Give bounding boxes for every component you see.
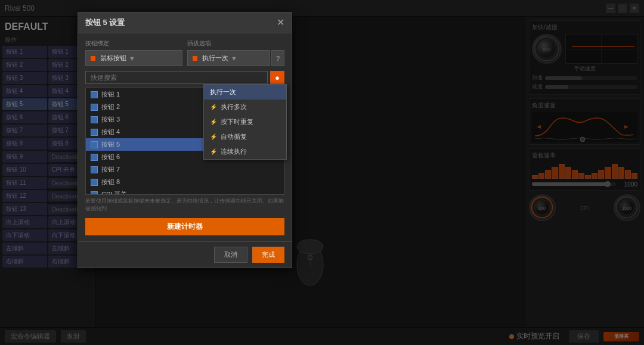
key-checkbox-btn8 <box>91 179 98 186</box>
bolt-icon-hold: ⚡ <box>210 119 217 125</box>
key-label-btn3: 按钮 3 <box>101 115 120 124</box>
dropdown-label-continuous: 连续执行 <box>221 147 247 156</box>
key-checkbox-btn1 <box>91 91 98 98</box>
confirm-button[interactable]: 完成 <box>252 247 284 263</box>
key-checkbox-cpi <box>91 191 98 195</box>
exec-dropdown: 执行一次 ⚡ 执行多次 ⚡ 按下时重复 ⚡ 自动循复 ⚡ 连续执行 <box>203 84 287 160</box>
dropdown-item-continuous[interactable]: ⚡ 连续执行 <box>204 144 286 159</box>
dropdown-label-auto: 自动循复 <box>221 132 247 141</box>
dropdown-item-once[interactable]: 执行一次 <box>204 85 286 100</box>
dropdown-item-auto[interactable]: ⚡ 自动循复 <box>204 129 286 144</box>
key-checkbox-btn7 <box>91 166 98 173</box>
search-row: ● <box>85 71 284 84</box>
bind-option-label: 鼠标按钮 <box>100 54 126 63</box>
modal-title: 按钮 5 设置 <box>85 17 125 28</box>
bind-dropdown-arrow: ▼ <box>129 55 135 62</box>
bolt-icon-continuous: ⚡ <box>210 148 217 155</box>
dropdown-label-hold: 按下时重复 <box>221 117 253 126</box>
bind-section-title: 按钮绑定 <box>85 39 182 48</box>
key-item-cpi[interactable]: CPI 开关 <box>86 188 284 195</box>
dropdown-item-hold[interactable]: ⚡ 按下时重复 <box>204 114 286 129</box>
key-label-btn2: 按钮 2 <box>101 102 120 111</box>
modal-overlay: 按钮 5 设置 ✕ 按钮绑定 鼠标按钮 ▼ 插拔选项 <box>0 0 644 345</box>
bind-select-button[interactable]: 鼠标按钮 ▼ <box>85 50 182 66</box>
exec-row: 执行一次 ▼ ? <box>187 50 284 66</box>
bind-section: 按钮绑定 鼠标按钮 ▼ <box>85 39 182 66</box>
dropdown-label-multi: 执行多次 <box>221 102 247 111</box>
modal-footer: 取消 完成 <box>78 241 292 268</box>
key-checkbox-btn5 <box>91 141 98 148</box>
bolt-icon-auto: ⚡ <box>210 133 217 140</box>
exec-dropdown-arrow: ▼ <box>231 55 237 62</box>
key-checkbox-btn3 <box>91 116 98 123</box>
key-checkbox-btn4 <box>91 129 98 136</box>
modal-close-button[interactable]: ✕ <box>277 18 284 27</box>
orange-bullet-exec <box>193 56 197 61</box>
exec-help-button[interactable]: ? <box>271 50 284 66</box>
exec-section: 插拔选项 执行一次 ▼ ? <box>187 39 284 66</box>
bind-row: 按钮绑定 鼠标按钮 ▼ 插拔选项 执行一次 ▼ <box>85 39 284 66</box>
orange-bullet-bind <box>91 56 95 61</box>
key-item-btn7[interactable]: 按钮 7 <box>86 163 284 176</box>
bolt-icon-multi: ⚡ <box>210 104 217 110</box>
dropdown-item-multi[interactable]: ⚡ 执行多次 <box>204 100 286 114</box>
exec-option-label: 执行一次 <box>202 54 228 63</box>
cancel-button[interactable]: 取消 <box>214 247 247 263</box>
info-text: 若要使用按钮或鼠标按键来未被选定，若无特殊情况，让传感器功能已关闭。如果能被感知… <box>85 197 284 212</box>
modal-header: 按钮 5 设置 ✕ <box>78 13 292 33</box>
key-label-btn6: 按钮 6 <box>101 153 120 161</box>
key-label-btn5: 按钮 5 <box>101 140 120 149</box>
key-label-cpi: CPI 开关 <box>101 190 127 195</box>
key-checkbox-btn2 <box>91 104 98 111</box>
key-label-btn8: 按钮 8 <box>101 178 120 187</box>
search-input[interactable] <box>85 71 268 84</box>
timer-button[interactable]: 新建计时器 <box>85 218 284 235</box>
key-label-btn7: 按钮 7 <box>101 165 120 174</box>
exec-section-title: 插拔选项 <box>187 39 284 48</box>
exec-select-button[interactable]: 执行一次 ▼ <box>187 50 270 66</box>
key-label-btn4: 按钮 4 <box>101 128 120 136</box>
dropdown-label-once: 执行一次 <box>210 88 236 97</box>
key-item-btn8[interactable]: 按钮 8 <box>86 176 284 188</box>
search-record-button[interactable]: ● <box>270 71 284 84</box>
key-label-btn1: 按钮 1 <box>101 90 120 99</box>
key-checkbox-btn6 <box>91 154 98 161</box>
modal-dialog: 按钮 5 设置 ✕ 按钮绑定 鼠标按钮 ▼ 插拔选项 <box>78 12 292 268</box>
